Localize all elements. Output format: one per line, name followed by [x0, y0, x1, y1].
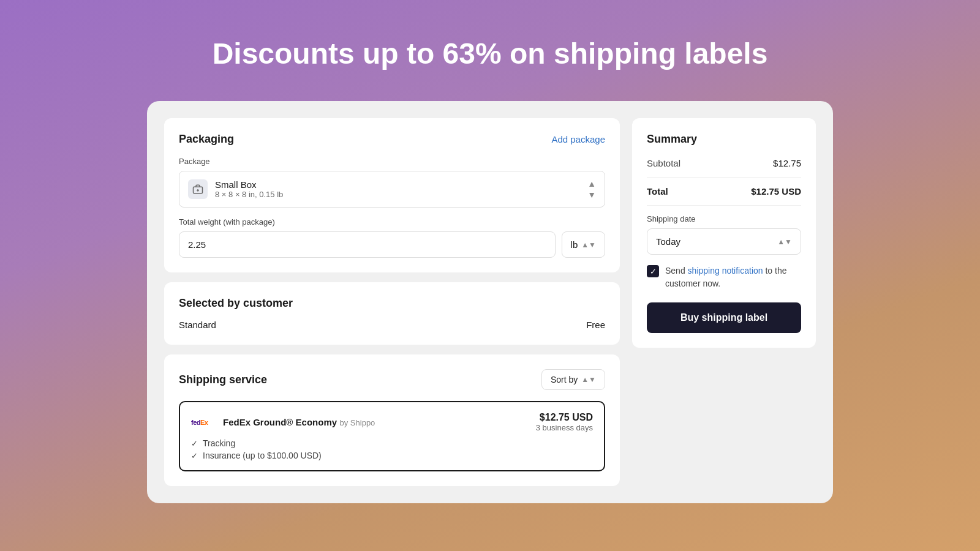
feature-tracking: ✓ Tracking [191, 438, 593, 448]
package-info: Small Box 8 × 8 × 8 in, 0.15 lb [215, 179, 580, 199]
main-card: Packaging Add package Package Small Box … [147, 101, 833, 503]
total-label: Total [647, 186, 668, 197]
summary-title: Summary [647, 133, 801, 146]
package-dims: 8 × 8 × 8 in, 0.15 lb [215, 190, 580, 199]
sort-by-label: Sort by [551, 375, 578, 384]
unit-value: lb [571, 239, 578, 250]
shipping-date-value: Today [656, 236, 680, 247]
notification-text-1: Send [665, 266, 685, 276]
check-icon-insurance: ✓ [191, 451, 198, 460]
shipping-date-label: Shipping date [647, 214, 801, 223]
notification-text: Send shipping notification to the custom… [665, 264, 801, 290]
summary-divider [647, 177, 801, 178]
shipping-service-title: Shipping service [179, 373, 267, 386]
shipping-service-section: Shipping service Sort by ▲▼ fedEx FedEx … [164, 354, 620, 486]
weight-field-label: Total weight (with package) [179, 217, 605, 227]
date-chevron-icon: ▲▼ [777, 238, 792, 246]
packaging-title: Packaging [179, 133, 234, 146]
feature-insurance-label: Insurance (up to $100.00 USD) [203, 451, 322, 460]
package-stepper[interactable]: ▲ ▼ [587, 179, 596, 200]
price-amount: $12.75 USD [536, 412, 593, 423]
feature-tracking-label: Tracking [203, 438, 235, 448]
subtotal-value: $12.75 [773, 158, 801, 168]
selected-customer-body: Standard Free [179, 320, 605, 330]
delivery-days: 3 business days [536, 423, 593, 432]
features-list: ✓ Tracking ✓ Insurance (up to $100.00 US… [191, 438, 593, 460]
shipping-option[interactable]: fedEx FedEx Ground® Economy by Shippo $1… [179, 401, 605, 471]
shipping-date-select[interactable]: Today ▲▼ [647, 228, 801, 255]
selected-customer-title: Selected by customer [179, 297, 605, 310]
fedex-ex: Ex [200, 419, 208, 426]
service-price: Free [586, 320, 605, 330]
hero-title: Discounts up to 63% on shipping labels [213, 37, 768, 70]
weight-row: lb ▲▼ [179, 231, 605, 258]
notification-link[interactable]: shipping notification [688, 266, 763, 276]
feature-insurance: ✓ Insurance (up to $100.00 USD) [191, 451, 593, 460]
right-panel: Summary Subtotal $12.75 Total $12.75 USD… [632, 118, 816, 486]
service-name: Standard [179, 320, 216, 330]
total-row: Total $12.75 USD [647, 186, 801, 197]
notification-checkbox[interactable] [647, 265, 659, 277]
check-icon-tracking: ✓ [191, 439, 198, 448]
shipping-service-header: Shipping service Sort by ▲▼ [179, 369, 605, 390]
carrier-name-block: FedEx Ground® Economy by Shippo [223, 417, 375, 428]
buy-shipping-label-button[interactable]: Buy shipping label [647, 302, 801, 333]
summary-card: Summary Subtotal $12.75 Total $12.75 USD… [632, 118, 816, 348]
notification-row: Send shipping notification to the custom… [647, 264, 801, 290]
package-field-label: Package [179, 157, 605, 166]
weight-input[interactable] [179, 231, 556, 258]
left-panel: Packaging Add package Package Small Box … [164, 118, 620, 486]
selected-customer-section: Selected by customer Standard Free [164, 282, 620, 345]
add-package-link[interactable]: Add package [551, 134, 605, 144]
package-icon [188, 179, 208, 199]
fedex-logo: fedEx [191, 416, 217, 429]
shipping-option-header: fedEx FedEx Ground® Economy by Shippo $1… [191, 412, 593, 432]
subtotal-label: Subtotal [647, 158, 680, 168]
packaging-header: Packaging Add package [179, 133, 605, 146]
sort-by-button[interactable]: Sort by ▲▼ [541, 369, 605, 390]
summary-divider-2 [647, 205, 801, 206]
unit-select[interactable]: lb ▲▼ [562, 231, 605, 258]
carrier-info: fedEx FedEx Ground® Economy by Shippo [191, 416, 375, 429]
price-info: $12.75 USD 3 business days [536, 412, 593, 432]
carrier-by: by Shippo [340, 418, 375, 427]
unit-chevron-icon: ▲▼ [581, 241, 596, 249]
subtotal-row: Subtotal $12.75 [647, 158, 801, 168]
carrier-name: FedEx Ground® Economy [223, 417, 337, 427]
sort-chevron-icon: ▲▼ [581, 375, 596, 384]
package-name: Small Box [215, 179, 580, 190]
package-select[interactable]: Small Box 8 × 8 × 8 in, 0.15 lb ▲ ▼ [179, 171, 605, 208]
total-value: $12.75 USD [751, 186, 801, 197]
packaging-section: Packaging Add package Package Small Box … [164, 118, 620, 272]
fedex-fe: fed [191, 419, 200, 426]
